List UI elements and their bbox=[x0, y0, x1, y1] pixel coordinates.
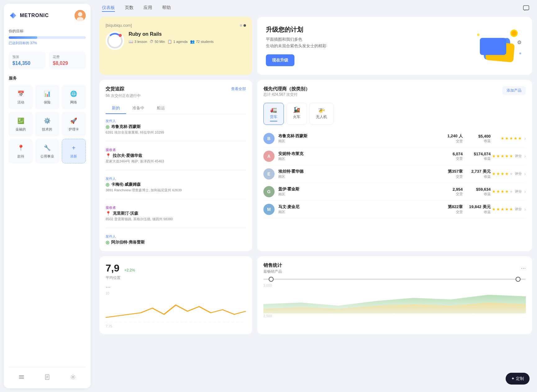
agent-region-2: 南区 bbox=[278, 157, 438, 161]
agent-row-5: M 马文·麦金尼 南区 第822章 交货 19,842 美元 收益 bbox=[263, 201, 526, 218]
nav-pages[interactable]: 页数 bbox=[125, 5, 134, 12]
tab-new[interactable]: 新的 bbox=[106, 103, 126, 114]
nav-links: 仪表板 页数 应用 帮助 bbox=[102, 5, 171, 12]
svg-rect-11 bbox=[523, 6, 529, 10]
agent-arrow-4[interactable]: › bbox=[524, 189, 526, 194]
agent-rating-1: ★★★★★ bbox=[491, 136, 522, 141]
file-icon[interactable] bbox=[42, 372, 52, 382]
agent-stat-2: 6,074 交货 bbox=[438, 152, 463, 161]
agent-trans-1: 1,240 人 bbox=[438, 133, 463, 139]
top-nav: 仪表板 页数 应用 帮助 bbox=[94, 0, 537, 17]
cat-tab-truck[interactable]: 🚛 货车 bbox=[263, 103, 284, 125]
svg-rect-5 bbox=[19, 375, 24, 376]
service-item-activity[interactable]: 📅 活动 bbox=[9, 85, 33, 109]
budget-label: 预算 bbox=[12, 55, 42, 59]
sep-2 bbox=[106, 170, 246, 170]
agents-subtitle: 总计 424,567 次交付 bbox=[263, 92, 310, 97]
service-item-finance[interactable]: 💹 金融的 bbox=[9, 112, 33, 136]
course-dots bbox=[240, 24, 246, 27]
agent-region-1: 南区 bbox=[278, 139, 438, 144]
budget-card: 预算 $14,350 bbox=[9, 52, 45, 69]
agent-avatar-2: A bbox=[263, 151, 275, 162]
service-utility-label: 公用事业 bbox=[40, 154, 54, 159]
loc-icon-3: ◎ bbox=[106, 182, 109, 187]
delivery-item-1: 发件人 ◎ 布鲁克林·西蒙斯 6391 埃尔全至塞莱斯, 特拉华州 10299 bbox=[106, 119, 246, 135]
train-label: 火车 bbox=[293, 114, 300, 120]
agent-arrow-5[interactable]: › bbox=[524, 207, 526, 212]
customize-button[interactable]: ✦ 定制 bbox=[506, 373, 530, 385]
sidebar-header: METRONIC bbox=[9, 10, 86, 21]
tab-shipping[interactable]: 船运 bbox=[151, 103, 171, 114]
settings-icon[interactable] bbox=[68, 372, 78, 382]
agents-card: 领先代理商（按类别） 总计 424,567 次交付 添加产品 🚛 货车 🚂 火车 bbox=[257, 80, 532, 251]
service-insurance-label: 保险 bbox=[44, 100, 51, 105]
service-item-insurance[interactable]: 📊 保险 bbox=[35, 85, 59, 109]
agent-row-3: E 埃丝特·霍华德 南区 第357章 交货 2,737 美元 收益 bbox=[263, 165, 526, 183]
agent-arrow-2[interactable]: › bbox=[524, 153, 526, 159]
add-product-button[interactable]: 添加产品 bbox=[502, 86, 526, 95]
sales-more-icon[interactable]: ⋯ bbox=[521, 265, 526, 271]
service-finance-label: 金融的 bbox=[16, 127, 26, 132]
stats-more-icon[interactable]: ⋯ bbox=[106, 284, 111, 290]
content-scroll[interactable]: [biqubiqu.com] Ruby on Rails bbox=[94, 17, 537, 392]
nav-dashboard[interactable]: 仪表板 bbox=[102, 5, 115, 12]
stats-controls: ⋯ bbox=[106, 284, 246, 290]
delivery-subtitle: 56 次交付正在进行中 bbox=[106, 93, 246, 98]
topnav-right bbox=[523, 5, 530, 12]
finance-icon: 💹 bbox=[16, 116, 25, 125]
logo: METRONIC bbox=[9, 11, 49, 20]
hospitality-icon: 📍 bbox=[16, 144, 25, 152]
goal-section: 你的目标 已达到目标的 37% bbox=[9, 29, 86, 45]
add-icon: + bbox=[69, 144, 78, 152]
service-item-nursing[interactable]: 🚀 护理卡 bbox=[62, 112, 86, 136]
delivery-list: 发件人 ◎ 布鲁克林·西蒙斯 6391 埃尔全至塞莱斯, 特拉华州 10299 … bbox=[106, 119, 246, 245]
agent-arrow-1[interactable]: › bbox=[524, 136, 526, 141]
slider-thumb-left[interactable] bbox=[269, 277, 274, 282]
service-item-hospitality[interactable]: 📍 款待 bbox=[9, 139, 33, 163]
course-url-text: [biqubiqu.com] bbox=[106, 23, 132, 28]
agents-table: B 布鲁克林·西蒙斯 南区 1,240 人 交货 $5,400 收益 bbox=[263, 130, 526, 218]
sidebar-footer bbox=[9, 367, 86, 382]
y-label-10: 10 bbox=[106, 291, 246, 295]
stats-value: 7,9 bbox=[106, 262, 119, 274]
delivery-view-all[interactable]: 查看全部 bbox=[231, 86, 246, 92]
svg-point-18 bbox=[477, 34, 480, 36]
middle-content-row: 交货追踪 查看全部 56 次交付正在进行中 新的 准备中 船运 发件人 ◎ 布鲁… bbox=[94, 80, 537, 256]
cat-tab-train[interactable]: 🚂 火车 bbox=[286, 103, 307, 125]
delivery-addr-2: 星家大道2464号 梅萨, 新泽西州 45463 bbox=[106, 159, 246, 164]
dot-1 bbox=[240, 24, 242, 27]
budget-row: 预算 $14,350 花费 $8,029 bbox=[9, 52, 86, 69]
sales-header: 销售统计 最畅销产品 ⋯ bbox=[263, 262, 526, 274]
agent-arrow-3[interactable]: › bbox=[524, 171, 526, 177]
upgrade-button[interactable]: 现在升级 bbox=[266, 54, 294, 66]
chat-icon[interactable] bbox=[523, 5, 530, 12]
tab-preparing[interactable]: 准备中 bbox=[126, 103, 151, 114]
course-status-dot bbox=[119, 34, 122, 37]
nav-help[interactable]: 帮助 bbox=[162, 5, 171, 12]
agent-rating-4: ★★★★★ 评分 bbox=[491, 189, 522, 194]
agenda-icon: 📋 bbox=[167, 39, 172, 44]
user-avatar[interactable] bbox=[75, 10, 86, 21]
service-item-utility[interactable]: 🔧 公用事业 bbox=[35, 139, 59, 163]
delivery-addr-4: 8502 普雷斯顿路, 英格尔伍德, 缅因州 98380 bbox=[106, 217, 246, 221]
service-item-tech[interactable]: ⚙️ 技术的 bbox=[35, 112, 59, 136]
agent-name-4: 盖伊·霍金斯 bbox=[278, 186, 438, 192]
slider-thumb-right[interactable] bbox=[516, 277, 521, 282]
cat-tab-drone[interactable]: 🚁 无人机 bbox=[309, 103, 334, 125]
service-item-add[interactable]: + 添新 bbox=[62, 139, 86, 163]
y-label-2500: 2,500 bbox=[263, 314, 526, 318]
nav-apps[interactable]: 应用 bbox=[143, 5, 152, 12]
agent-avatar-5: M bbox=[263, 204, 275, 215]
category-tabs: 🚛 货车 🚂 火车 🚁 无人机 bbox=[263, 103, 526, 125]
sales-card: 销售统计 最畅销产品 ⋯ 3,000 bbox=[257, 256, 532, 334]
agent-rev-1: $5,400 收益 bbox=[463, 134, 491, 143]
lessons-text: 3 lesson bbox=[134, 40, 147, 43]
course-card: [biqubiqu.com] Ruby on Rails bbox=[99, 17, 252, 75]
layers-icon[interactable] bbox=[16, 372, 26, 382]
agent-avatar-4: G bbox=[263, 186, 275, 197]
agent-rating-5: ★★★★★ 评分 bbox=[491, 207, 522, 212]
agent-region-4: 南区 bbox=[278, 192, 438, 197]
truck-underline bbox=[270, 121, 277, 121]
delivery-header: 交货追踪 查看全部 bbox=[106, 86, 246, 92]
service-item-network[interactable]: 🌐 网络 bbox=[62, 85, 86, 109]
